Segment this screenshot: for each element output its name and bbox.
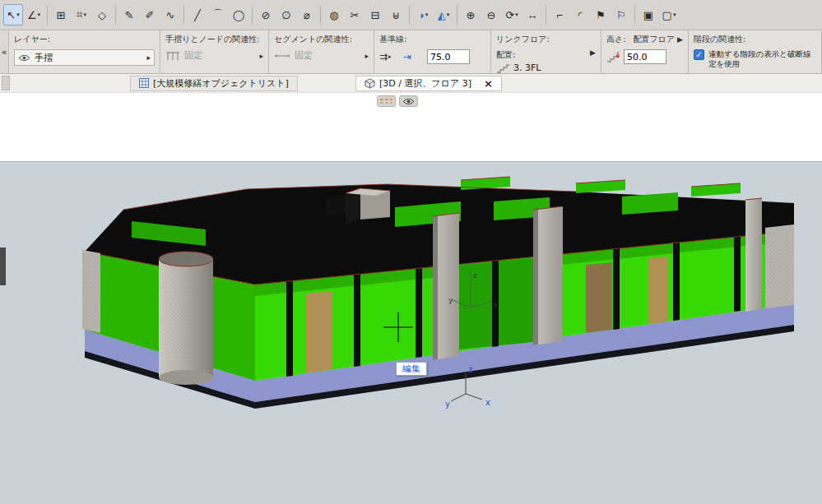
toolbar-separator: [47, 6, 48, 24]
wire-box-tool-button[interactable]: ▢ ▾: [659, 4, 679, 25]
eye-icon: [402, 98, 415, 105]
flag-icon: ⚑: [596, 9, 606, 21]
view-style-button[interactable]: ◭ ▾: [434, 4, 453, 25]
segment-value: 固定: [295, 49, 313, 62]
railing-icon: [165, 51, 180, 61]
app-window: ↖ ▾ ∠ ▾ ⊞ ⌗ ▾ ◇ ✎ ✐ ∿ ╱ ⌒ ◯ ⊘ ∅ ⌀ ◍ ✂ ⊟ …: [0, 0, 822, 504]
orbit-button[interactable]: ⟳ ▾: [502, 4, 522, 25]
tab-bar: [大規模修繕オブジェクトリスト] [3D / 選択、フロア 3] ×: [0, 74, 822, 93]
circle-tool-button[interactable]: ◯: [229, 4, 248, 25]
circle-tool-icon: ◯: [233, 9, 245, 21]
height-floor-flyout-icon[interactable]: ▶: [677, 35, 683, 44]
arc-tool-button[interactable]: ⌒: [208, 4, 228, 25]
link-floor-value: 3. 3FL: [513, 62, 541, 73]
layer-label: レイヤー:: [14, 34, 155, 45]
layer-section: レイヤー: 手摺 ▸: [9, 30, 160, 73]
3d-viewport-canvas[interactable]: y z x z y x 編集: [0, 161, 822, 504]
solid-box-tool-button[interactable]: ▣: [639, 4, 658, 25]
solid-box-icon: ▣: [643, 9, 653, 21]
infobar-collapse-button[interactable]: «: [0, 30, 9, 73]
corner-tool-button[interactable]: ⌐: [550, 4, 569, 25]
grid-tool-button[interactable]: ⌗ ▾: [72, 4, 91, 25]
shading-style-button[interactable]: ◑ ▾: [413, 4, 433, 25]
height-floor-label: 配置フロア: [633, 34, 675, 45]
stair-relation-label: 階段の関連性:: [694, 34, 816, 45]
building-model: [82, 177, 794, 409]
height-input[interactable]: [624, 49, 666, 64]
void-diameter-tool-button[interactable]: ⌀: [297, 4, 317, 25]
void-ellipse-icon: ∅: [281, 9, 290, 21]
palette-fragment: [0, 247, 6, 285]
favorites-tool-icon: ⊞: [57, 9, 66, 21]
syringe-tool-button[interactable]: ✐: [140, 4, 160, 25]
stair-relation-checkbox[interactable]: ✓: [694, 49, 704, 60]
tripod-y-label: y: [445, 400, 450, 409]
hammer-tool-button[interactable]: ◍: [324, 4, 344, 25]
3d-model-rendering: y z x z y x: [0, 162, 822, 504]
reference-line-label: 基準線:: [379, 34, 485, 45]
flag-outline-tool-button[interactable]: ⚐: [611, 4, 631, 25]
rotated-grid-tool-icon: ◇: [98, 9, 106, 21]
reference-line-section: 基準線: ⇉ ▸ ⇥: [374, 30, 491, 73]
tripod-x-label: x: [485, 398, 490, 407]
dropdown-caret-icon: ▸: [388, 53, 392, 60]
scissors-tool-button[interactable]: ✂: [345, 4, 365, 25]
link-floor-section: リンクフロア: 配置: 3. 3FL ▶: [491, 30, 601, 73]
visibility-toggle-button[interactable]: [399, 95, 418, 107]
void-ellipse-tool-button[interactable]: ∅: [276, 4, 296, 25]
section-line-toggle-button[interactable]: [377, 95, 396, 107]
eye-icon: [18, 54, 30, 62]
toolbar-separator: [320, 6, 321, 24]
link-floor-combo[interactable]: 3. 3FL: [496, 62, 596, 73]
segment-icon: [274, 53, 290, 59]
toolbar-separator: [409, 6, 410, 24]
tab-object-list-label: [大規模修繕オブジェクトリスト]: [153, 77, 289, 90]
content-area: [0, 93, 822, 161]
zoom-in-button[interactable]: ⊕: [461, 4, 481, 25]
link-floor-flyout-icon[interactable]: ▶: [590, 49, 596, 57]
zoom-out-icon: ⊖: [487, 9, 496, 21]
layer-combo[interactable]: 手摺 ▸: [14, 49, 155, 66]
cylindrical-column: [159, 252, 213, 385]
handrail-node-label: 手摺りとノードの関連性:: [165, 34, 263, 45]
segment-combo[interactable]: 固定 ▸: [274, 49, 369, 62]
segment-section: セグメントの関連性: 固定 ▸: [269, 30, 374, 73]
tab-close-button[interactable]: ×: [484, 77, 493, 90]
split-tool-button[interactable]: ⊟: [365, 4, 385, 25]
favorites-tool-button[interactable]: ⊞: [51, 4, 71, 25]
edit-button[interactable]: 編集: [396, 362, 427, 376]
fillet-icon: ◜: [578, 9, 582, 21]
flag-outline-icon: ⚐: [616, 9, 626, 21]
zoom-in-icon: ⊕: [467, 9, 476, 21]
tab-scroll-button[interactable]: [2, 76, 10, 90]
tab-3d-view[interactable]: [3D / 選択、フロア 3] ×: [355, 76, 502, 91]
rotated-grid-tool-button[interactable]: ◇: [92, 4, 112, 25]
handrail-node-combo[interactable]: 固定 ▸: [165, 49, 263, 62]
select-tool-button[interactable]: ↖ ▾: [3, 4, 23, 25]
wand-tool-button[interactable]: ∿: [160, 4, 180, 25]
grid-tool-icon: ⌗: [77, 8, 82, 21]
stair-height-icon: [606, 51, 620, 62]
fillet-tool-button[interactable]: ◜: [570, 4, 590, 25]
toolbar-separator: [115, 6, 116, 24]
axis-y-label: y: [448, 296, 453, 304]
eyedropper-tool-button[interactable]: ✎: [119, 4, 139, 25]
handrail-node-flyout-icon: ▸: [259, 52, 263, 60]
tab-object-list[interactable]: [大規模修繕オブジェクトリスト]: [130, 76, 298, 91]
dropdown-caret-icon: ▾: [673, 12, 676, 18]
pan-button[interactable]: ↔: [522, 4, 542, 25]
reference-line-input[interactable]: [427, 49, 470, 64]
level-tool-button[interactable]: ∠ ▾: [24, 4, 44, 25]
union-tool-button[interactable]: ⊎: [386, 4, 406, 25]
reference-line-mode-button[interactable]: ⇉ ▸: [379, 49, 399, 64]
tab-3d-view-label: [3D / 選択、フロア 3]: [379, 77, 471, 90]
table-icon: [139, 78, 149, 88]
zoom-out-button[interactable]: ⊖: [481, 4, 501, 25]
link-floor-sub-label: 配置:: [496, 49, 596, 61]
line-tool-button[interactable]: ╱: [188, 4, 207, 25]
reference-line-offset-button[interactable]: ⇥: [403, 49, 423, 64]
flag-tool-button[interactable]: ⚑: [591, 4, 611, 25]
void-circle-icon: ⊘: [262, 9, 271, 21]
shading-style-icon: ◑: [418, 9, 425, 21]
void-circle-tool-button[interactable]: ⊘: [256, 4, 276, 25]
